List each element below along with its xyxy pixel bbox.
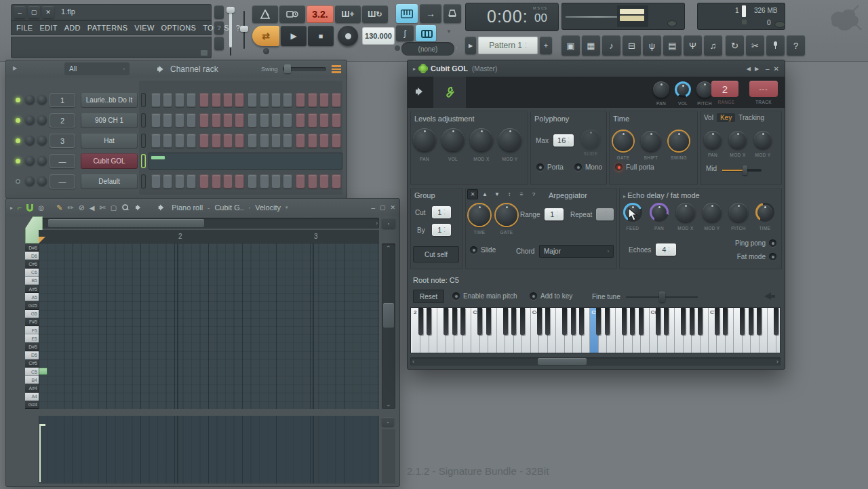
help-hint-button[interactable]: ? [214, 21, 224, 35]
song-position-display[interactable]: 3.2. [307, 5, 334, 23]
wait-button[interactable]: ʃ [396, 25, 414, 41]
step-cell[interactable] [308, 93, 317, 107]
loop-record-toggle[interactable]: ⇄ [252, 26, 279, 46]
step-cell[interactable] [235, 134, 244, 148]
channel-mute-led[interactable] [16, 159, 20, 163]
pan-knob[interactable] [653, 81, 669, 98]
step-cell[interactable] [283, 93, 292, 107]
gate-knob[interactable] [613, 131, 633, 151]
reset-button[interactable]: Reset [413, 290, 444, 303]
channel-mute-led[interactable] [16, 118, 20, 123]
step-cell[interactable] [163, 134, 172, 148]
step-cell[interactable] [248, 113, 257, 128]
step-cell[interactable] [271, 174, 281, 189]
plugin-black-key[interactable] [452, 308, 457, 335]
porta-radio[interactable] [536, 163, 544, 171]
step-cell[interactable] [199, 174, 209, 189]
full-porta-radio[interactable] [615, 163, 623, 171]
shuttle-handle[interactable] [263, 48, 269, 54]
plugin-black-key[interactable] [605, 308, 610, 335]
step-cell[interactable] [151, 134, 161, 148]
pitch-knob[interactable] [729, 203, 748, 222]
menu-item-file[interactable]: FILE [16, 24, 33, 32]
plugin-black-key[interactable] [537, 308, 542, 335]
by-value[interactable]: 1⁚ [432, 224, 451, 236]
plugin-black-key[interactable] [545, 308, 550, 335]
misc-button-1[interactable] [214, 5, 224, 19]
step-cell[interactable] [175, 174, 184, 189]
add-to-key-radio[interactable] [530, 292, 537, 300]
plugin-detach-button[interactable]: – [766, 65, 770, 73]
vol-knob[interactable] [675, 81, 691, 98]
pr-hscrollbar[interactable]: ‹ › [39, 218, 379, 229]
step-cell[interactable] [163, 113, 172, 128]
channel-pan-knob[interactable] [25, 136, 35, 145]
piano-key-c6[interactable]: C6 [25, 269, 39, 277]
piano-key-cs6[interactable]: C#6 [25, 260, 39, 268]
piano-roll-target-selector[interactable]: Cubit G.. [214, 203, 243, 212]
arp-mode-delete-button[interactable]: ✕ [467, 189, 478, 199]
mid-slider[interactable] [722, 169, 762, 172]
piano-key-a5[interactable]: A5 [25, 293, 39, 301]
channel-mute-led[interactable] [16, 98, 20, 102]
pr-vscrollbar[interactable]: ⌃ ⌄ [382, 243, 395, 409]
pr-maximize-button[interactable]: ▢ [380, 204, 386, 211]
blend-recording-button[interactable] [416, 25, 436, 41]
typing-target-next[interactable]: › [456, 45, 458, 51]
peak-meter-panel[interactable] [561, 3, 685, 30]
channel-button-laurie-bb-do-it[interactable]: Laurie..bb Do It [81, 92, 138, 108]
step-cell[interactable] [235, 174, 244, 189]
channel-number-box[interactable]: 2 [50, 113, 75, 128]
step-cell[interactable] [223, 134, 233, 148]
step-cell[interactable] [163, 93, 172, 107]
piano-key-as4[interactable]: A#4 [25, 384, 39, 392]
piano-key-d5[interactable]: D5 [25, 351, 39, 359]
channel-pan-knob[interactable] [25, 95, 35, 104]
pr-delete-tool-icon[interactable]: ⊘ [79, 203, 85, 212]
plugin-black-key[interactable] [520, 308, 525, 335]
step-cell[interactable] [319, 93, 329, 107]
plugin-close-button[interactable]: ✕ [774, 65, 779, 73]
step-cell[interactable] [283, 113, 292, 128]
step-cell[interactable] [296, 134, 305, 148]
channel-filter-combo[interactable]: All › [64, 62, 130, 75]
cut-value[interactable]: 1⁚ [432, 206, 451, 218]
pr-slice-tool-icon[interactable]: ✄ [100, 203, 106, 212]
pr-keys-column[interactable]: D#6D6C#6C6B5A#5A5G#5G5F#5F5E5D#5D5C#5C5B… [25, 243, 39, 409]
step-cell[interactable] [151, 93, 161, 107]
plugin-black-key[interactable] [511, 308, 516, 335]
arp-mode-up-down-button[interactable]: ↕ [504, 189, 515, 199]
wrapper-wrench-panel[interactable] [433, 77, 466, 108]
step-cell[interactable] [319, 134, 329, 148]
ping-pong-radio[interactable] [769, 239, 776, 247]
step-cell[interactable] [186, 113, 196, 128]
step-cell[interactable] [199, 93, 209, 107]
slide-knob[interactable] [581, 130, 600, 149]
velocity-lane-corner-button[interactable]: • [382, 417, 394, 427]
piano-key-fs5[interactable]: F#5 [25, 318, 39, 326]
step-cell[interactable] [199, 134, 209, 148]
wrapper-midi-icon[interactable] [416, 87, 425, 96]
toolbar-mixer-button[interactable]: ψ [643, 35, 661, 56]
step-cell[interactable] [319, 113, 329, 128]
step-cell[interactable] [235, 113, 244, 128]
plugin-black-key[interactable] [690, 308, 694, 335]
plugin-black-key[interactable] [681, 308, 686, 335]
piano-key-cs5[interactable]: C#5 [25, 359, 39, 368]
plugin-keyboard[interactable]: 2C3C4C5C6C7 [410, 307, 781, 353]
channel-target-indicator[interactable] [141, 113, 146, 128]
step-cell[interactable] [151, 174, 161, 189]
eye-icon[interactable] [667, 20, 677, 26]
plugin-black-key[interactable] [757, 308, 762, 335]
mono-radio[interactable] [574, 163, 582, 171]
pr-timeline[interactable]: 2 3 [39, 230, 379, 244]
step-cell[interactable] [296, 93, 305, 107]
plugin-prev-button[interactable]: ◀ [747, 66, 751, 72]
pr-velocity-lane[interactable] [39, 416, 379, 484]
plugin-black-key[interactable] [477, 308, 482, 335]
piano-key-g5[interactable]: G5 [25, 310, 39, 318]
step-cell[interactable] [308, 134, 317, 148]
mod-x-knob[interactable] [729, 131, 747, 149]
piano-key-c5[interactable]: C5 [25, 368, 39, 376]
plugin-black-key[interactable] [460, 308, 465, 335]
